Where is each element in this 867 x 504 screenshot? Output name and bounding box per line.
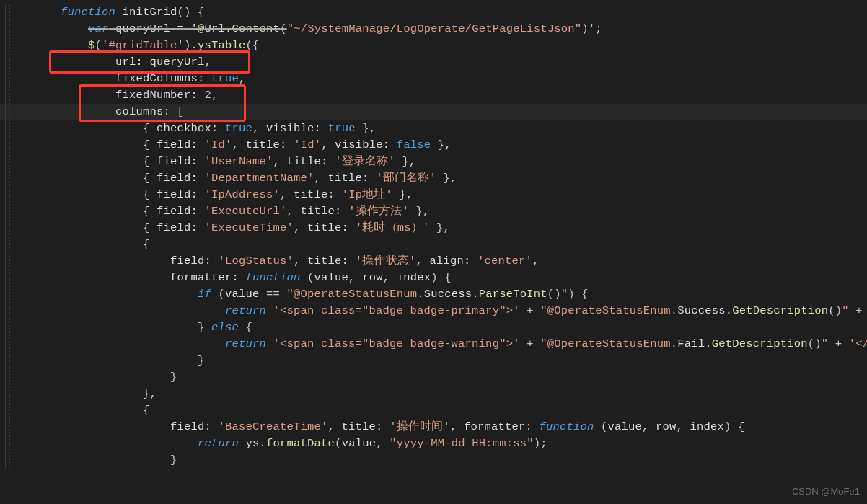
code-token: @ — [198, 22, 205, 35]
code-token: title: — [307, 255, 348, 268]
code-token: '<span class="badge badge-primary">' — [273, 304, 520, 317]
code-token: else — [211, 321, 239, 334]
code-token — [33, 288, 198, 301]
code-token — [198, 172, 205, 185]
code-line[interactable]: field: 'BaseCreateTime', title: '操作时间', … — [0, 419, 867, 436]
code-line[interactable]: } — [0, 353, 867, 369]
code-token: function — [246, 271, 301, 284]
code-token: 'Id' — [294, 138, 321, 151]
code-token — [390, 138, 397, 151]
code-line[interactable]: if (value == "@OperateStatusEnum.Success… — [0, 286, 867, 303]
code-token: field: — [157, 138, 198, 151]
code-editor[interactable]: function initGrid() { var queryUrl = '@U… — [0, 0, 867, 469]
code-token: true — [225, 122, 252, 135]
code-token: align: — [429, 255, 470, 268]
code-line[interactable]: return '<span class="badge badge-warning… — [0, 336, 867, 353]
code-token: row — [656, 420, 677, 433]
code-token — [198, 205, 205, 218]
code-token — [369, 172, 377, 185]
code-line[interactable]: { field: 'Id', title: 'Id', visible: fal… — [0, 137, 867, 154]
code-token: '操作状态' — [356, 255, 416, 268]
code-token: "yyyy-MM-dd HH:mm:ss" — [390, 437, 534, 450]
code-token: visible: — [266, 122, 321, 135]
code-token: 'ExecuteTime' — [205, 221, 294, 234]
code-token: { — [33, 155, 157, 168]
code-token — [33, 304, 225, 317]
code-block[interactable]: function initGrid() { var queryUrl = '@U… — [0, 4, 867, 469]
code-token — [470, 255, 477, 268]
code-line[interactable]: field: 'LogStatus', title: '操作状态', align… — [0, 253, 867, 270]
code-token: + ' — [849, 304, 867, 317]
code-line[interactable]: } — [0, 452, 867, 469]
code-token: if — [198, 288, 211, 301]
code-token: } — [33, 354, 205, 367]
code-token: title: — [287, 155, 328, 168]
code-line[interactable]: return '<span class="badge badge-primary… — [0, 303, 867, 319]
code-token: queryUrl = ' — [115, 22, 198, 35]
code-token — [266, 337, 273, 350]
code-token: { — [33, 138, 157, 151]
code-token — [532, 420, 540, 433]
code-token — [109, 22, 116, 35]
code-line[interactable]: { field: 'UserName', title: '登录名称' }, — [0, 154, 867, 170]
code-line[interactable]: { field: 'IpAddress', title: 'Ip地址' }, — [0, 187, 867, 203]
code-token: { — [33, 221, 157, 234]
code-line[interactable]: } — [0, 369, 867, 386]
code-token: return — [198, 437, 239, 450]
code-line[interactable]: var queryUrl = '@Url.Content("~/SystemMa… — [0, 21, 867, 37]
annotation-box-1 — [49, 50, 250, 74]
code-token: Url. — [205, 22, 232, 35]
code-token — [211, 255, 219, 268]
code-token — [348, 221, 356, 234]
code-line[interactable]: { field: 'ExecuteUrl', title: '操作方法' }, — [0, 203, 867, 220]
code-token: + — [520, 304, 541, 317]
code-token: value — [608, 420, 643, 433]
code-token — [219, 122, 226, 135]
code-line[interactable]: formatter: function (value, row, index) … — [0, 270, 867, 286]
code-line[interactable]: { field: 'DepartmentName', title: '部门名称'… — [0, 170, 867, 187]
code-token: "@OperateStatusEnum. — [540, 337, 677, 350]
code-token — [198, 138, 205, 151]
code-token: value — [314, 271, 349, 284]
code-line[interactable]: { field: 'ExecuteTime', title: '耗时（ms）' … — [0, 220, 867, 236]
code-token — [33, 255, 170, 268]
code-token: )'; — [581, 22, 602, 35]
code-token: function — [61, 6, 115, 19]
code-token: Success. — [424, 288, 479, 301]
code-token — [328, 155, 335, 168]
code-line[interactable]: function initGrid() { — [0, 4, 867, 21]
code-token: } — [33, 371, 177, 384]
code-line[interactable]: }, — [0, 386, 867, 402]
code-token — [198, 188, 205, 201]
code-token — [33, 22, 88, 35]
code-token: function — [540, 420, 594, 433]
code-token: '耗时（ms）' — [356, 221, 430, 234]
code-token: ParseToInt — [479, 288, 547, 301]
code-token — [342, 205, 349, 218]
code-token: () — [547, 288, 561, 301]
code-token: formatDate — [266, 437, 335, 450]
code-token: == — [260, 288, 287, 301]
code-token: { — [239, 321, 252, 334]
code-token — [205, 72, 212, 85]
code-line[interactable]: { — [0, 402, 867, 419]
code-token: Success. — [677, 304, 732, 317]
code-line[interactable]: { checkbox: true, visible: true }, — [0, 120, 867, 137]
code-token: true — [211, 72, 239, 85]
code-line[interactable]: return ys.formatDate(value, "yyyy-MM-dd … — [0, 436, 867, 452]
code-token: , — [532, 255, 540, 268]
code-token: field: — [157, 221, 198, 234]
code-token: () — [808, 337, 822, 350]
code-line[interactable]: } else { — [0, 319, 867, 336]
code-token: { — [33, 172, 157, 185]
code-token: ) { — [431, 271, 452, 284]
code-line[interactable]: { — [0, 236, 867, 253]
code-token — [321, 122, 328, 135]
code-token — [198, 221, 205, 234]
code-token — [348, 255, 356, 268]
code-token: '</ — [849, 337, 867, 350]
code-token: title: — [307, 221, 348, 234]
code-token: , — [642, 420, 656, 433]
code-token — [266, 304, 273, 317]
code-token: GetDescription — [732, 304, 828, 317]
